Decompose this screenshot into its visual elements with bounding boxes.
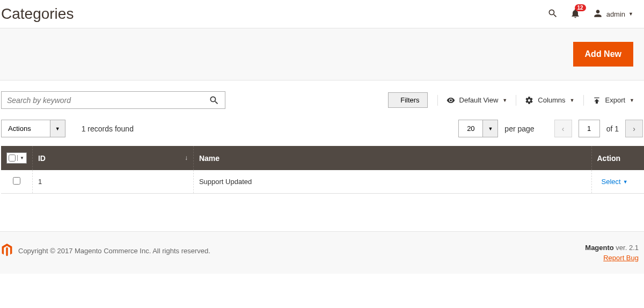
select-all-header[interactable]: ▼: [1, 146, 32, 170]
page-input[interactable]: [579, 120, 600, 137]
toolbar: Filters Default View ▼ Columns ▼ Export …: [0, 80, 644, 115]
filters-label: Filters: [400, 96, 419, 104]
page-size-selector[interactable]: ▼: [458, 120, 498, 137]
column-action: Action: [591, 146, 644, 170]
brand-name: Magento: [585, 244, 613, 252]
chevron-down-icon: ▼: [623, 179, 628, 185]
select-all-checkbox[interactable]: [9, 155, 16, 162]
version-number: ver. 2.1: [614, 244, 639, 252]
page-count: of 1: [606, 124, 619, 133]
search-input[interactable]: [2, 96, 203, 105]
user-menu[interactable]: admin ▼: [592, 8, 633, 20]
header: Categories 12 admin ▼: [0, 0, 644, 28]
page-size-toggle[interactable]: ▼: [482, 120, 497, 137]
column-id-label: ID: [38, 154, 46, 163]
column-id[interactable]: ID ↓: [32, 146, 193, 170]
left-group: Actions ▼ 1 records found: [1, 120, 134, 137]
export-label: Export: [605, 96, 626, 104]
search-button[interactable]: [203, 92, 225, 108]
columns-button[interactable]: Columns ▼: [516, 95, 583, 106]
columns-label: Columns: [538, 96, 565, 104]
page-size-input[interactable]: [459, 120, 482, 137]
copyright-text: Copyright © 2017 Magento Commerce Inc. A…: [18, 247, 210, 255]
footer-left: Copyright © 2017 Magento Commerce Inc. A…: [1, 244, 210, 258]
user-name: admin: [606, 10, 625, 18]
right-group: ▼ per page ‹ of 1 ›: [458, 120, 643, 137]
footer-right: Magento ver. 2.1 Report Bug: [585, 244, 639, 262]
chevron-down-icon[interactable]: ▼: [17, 155, 26, 161]
add-new-button[interactable]: Add New: [573, 42, 633, 67]
next-page-button[interactable]: ›: [625, 120, 643, 137]
header-right: 12 admin ▼: [547, 8, 633, 20]
table-row[interactable]: 1 Support Updated Select ▼: [1, 170, 644, 194]
column-name-label: Name: [199, 154, 219, 163]
magento-logo-icon: [1, 244, 13, 258]
export-icon: [592, 96, 601, 105]
chevron-down-icon: ▼: [570, 98, 575, 103]
select-label: Select: [602, 178, 621, 186]
export-button[interactable]: Export ▼: [583, 95, 643, 106]
actions-button[interactable]: Actions: [2, 120, 50, 137]
toolbar-controls: Filters Default View ▼ Columns ▼ Export …: [388, 92, 643, 108]
column-action-label: Action: [597, 154, 621, 163]
records-found: 1 records found: [82, 124, 134, 133]
default-view-button[interactable]: Default View ▼: [437, 95, 516, 106]
sort-arrow-icon: ↓: [185, 154, 188, 162]
chevron-down-icon: ▼: [502, 98, 507, 103]
row-action-cell: Select ▼: [591, 170, 644, 194]
search-icon[interactable]: [547, 8, 558, 20]
version-text: Magento ver. 2.1: [585, 244, 639, 252]
row-name: Support Updated: [193, 170, 591, 194]
magnifier-icon: [209, 95, 219, 106]
page-title: Categories: [0, 5, 74, 23]
data-grid: ▼ ID ↓ Name Action 1 Support Updated: [1, 146, 644, 194]
per-page-label: per page: [504, 124, 534, 133]
search-box: [1, 91, 225, 109]
chevron-down-icon: ▼: [628, 11, 633, 17]
row-checkbox-cell: [1, 170, 32, 194]
pager: ‹ of 1 ›: [554, 120, 643, 137]
action-bar: Add New: [0, 28, 644, 80]
gear-icon: [525, 96, 533, 105]
select-action[interactable]: Select ▼: [602, 178, 628, 186]
report-bugs-link[interactable]: Report Bug: [585, 254, 639, 262]
filters-button[interactable]: Filters: [388, 92, 427, 108]
default-view-label: Default View: [459, 96, 499, 104]
footer: Copyright © 2017 Magento Commerce Inc. A…: [0, 231, 644, 274]
notifications-icon[interactable]: 12: [570, 8, 581, 20]
pagination-bar: Actions ▼ 1 records found ▼ per page ‹ o…: [0, 115, 644, 146]
notification-badge: 12: [575, 4, 586, 11]
user-icon: [592, 8, 603, 20]
actions-toggle[interactable]: ▼: [50, 120, 65, 137]
chevron-down-icon: ▼: [630, 98, 634, 103]
header-row: ▼ ID ↓ Name Action: [1, 146, 644, 170]
row-checkbox[interactable]: [13, 177, 20, 185]
bulk-actions-dropdown[interactable]: Actions ▼: [1, 120, 65, 137]
row-id: 1: [32, 170, 193, 194]
column-name[interactable]: Name: [193, 146, 591, 170]
eye-icon: [447, 96, 455, 105]
prev-page-button[interactable]: ‹: [554, 120, 572, 137]
